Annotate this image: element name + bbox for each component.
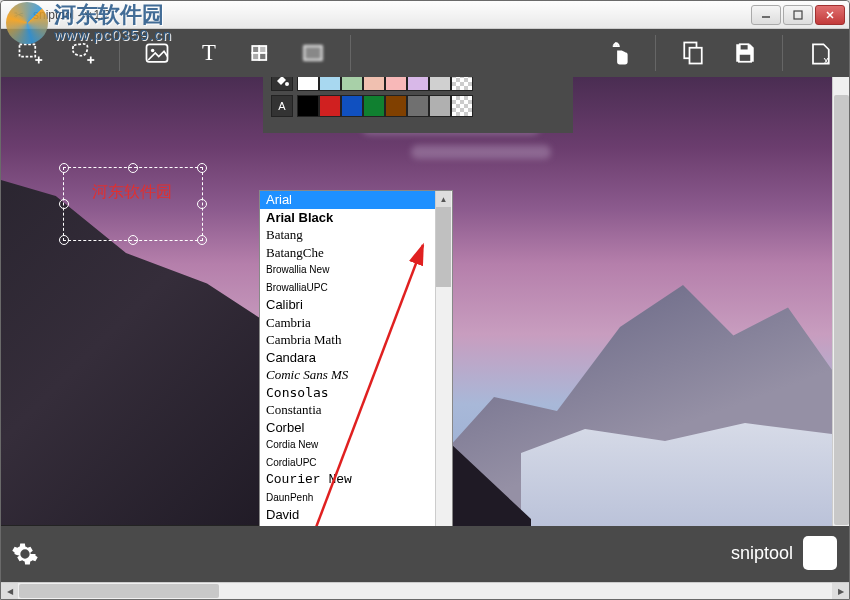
copy-button[interactable]: [674, 34, 712, 72]
svg-text:x: x: [824, 54, 830, 66]
bg-color-swatch[interactable]: [451, 77, 473, 91]
resize-handle[interactable]: [128, 163, 138, 173]
maximize-button[interactable]: [783, 5, 813, 25]
horizontal-scrollbar[interactable]: ◀ ▶: [1, 582, 849, 599]
bg-color-swatch[interactable]: [429, 77, 451, 91]
resize-handle[interactable]: [59, 199, 69, 209]
font-option[interactable]: DaunPenh: [260, 489, 435, 507]
fg-color-swatch[interactable]: [319, 95, 341, 117]
annotation-text[interactable]: 河东软件园: [64, 168, 202, 203]
svg-rect-19: [740, 44, 749, 50]
fill-color-icon[interactable]: [271, 77, 293, 91]
font-dropdown-list[interactable]: ArialArial BlackBatangBatangCheBrowallia…: [259, 190, 453, 526]
fg-color-swatch[interactable]: [341, 95, 363, 117]
svg-rect-20: [739, 54, 751, 62]
font-option[interactable]: Consolas: [260, 384, 435, 402]
resize-handle[interactable]: [59, 163, 69, 173]
text-color-icon[interactable]: A: [271, 95, 293, 117]
svg-rect-1: [794, 11, 802, 19]
app-window: ✂ sniptool - v.1.2 T: [0, 0, 850, 600]
text-options-panel: Arial ▼ 16 ▼ A: [263, 77, 573, 133]
bg-color-swatch[interactable]: [363, 77, 385, 91]
resize-handle[interactable]: [197, 163, 207, 173]
scroll-right-button[interactable]: ▶: [832, 583, 849, 599]
bg-color-swatch[interactable]: [341, 77, 363, 91]
toolbar-separator: [350, 35, 351, 71]
text-tool[interactable]: T: [190, 34, 228, 72]
bottom-bar: sniptool: [1, 526, 849, 582]
move-tool[interactable]: [599, 34, 637, 72]
bg-color-swatch[interactable]: [385, 77, 407, 91]
background-color-row: [271, 77, 565, 91]
scrollbar-thumb[interactable]: [834, 95, 849, 525]
font-option[interactable]: Calibri: [260, 296, 435, 314]
minimize-button[interactable]: [751, 5, 781, 25]
svg-point-23: [285, 82, 289, 86]
svg-rect-16: [304, 46, 322, 60]
font-option[interactable]: Cordia New: [260, 436, 435, 454]
resize-handle[interactable]: [128, 235, 138, 245]
svg-rect-18: [690, 48, 702, 64]
font-option[interactable]: Comic Sans MS: [260, 366, 435, 384]
resize-handle[interactable]: [197, 235, 207, 245]
settings-button[interactable]: [11, 540, 39, 568]
font-option[interactable]: Constantia: [260, 401, 435, 419]
toolbar-separator: [782, 35, 783, 71]
svg-point-10: [151, 49, 155, 53]
svg-rect-14: [252, 53, 259, 60]
scroll-left-button[interactable]: ◀: [1, 583, 18, 599]
fg-color-swatch[interactable]: [429, 95, 451, 117]
page-watermark: 河东软件园 www.pc0359.cn: [6, 2, 172, 44]
fg-color-swatch[interactable]: [451, 95, 473, 117]
font-option[interactable]: Candara: [260, 349, 435, 367]
watermark-text-cn: 河东软件园: [54, 3, 172, 27]
bg-color-swatch[interactable]: [319, 77, 341, 91]
fg-color-swatch[interactable]: [407, 95, 429, 117]
canvas-area: 河东软件园 X: 122 Y: 487 W: 111 H: 45 Arial ▼: [1, 77, 849, 526]
toolbar-separator: [655, 35, 656, 71]
bg-color-swatch[interactable]: [407, 77, 429, 91]
font-option[interactable]: Courier New: [260, 471, 435, 489]
font-option[interactable]: David: [260, 506, 435, 524]
save-button[interactable]: [726, 34, 764, 72]
resize-handle[interactable]: [59, 235, 69, 245]
scrollbar-thumb[interactable]: [436, 207, 451, 287]
font-option[interactable]: CordiaUPC: [260, 454, 435, 472]
clear-button[interactable]: x: [801, 34, 839, 72]
svg-rect-12: [252, 46, 259, 53]
blur-tool[interactable]: [294, 34, 332, 72]
resize-handle[interactable]: [197, 199, 207, 209]
dropdown-scrollbar[interactable]: ▲ ▼: [435, 191, 452, 526]
bg-color-swatch[interactable]: [297, 77, 319, 91]
pixelate-tool[interactable]: [242, 34, 280, 72]
scroll-up-button[interactable]: ▲: [436, 191, 451, 207]
fg-color-swatch[interactable]: [385, 95, 407, 117]
font-option[interactable]: Arial Black: [260, 209, 435, 227]
svg-rect-13: [259, 46, 266, 53]
font-option[interactable]: BatangChe: [260, 244, 435, 262]
svg-rect-15: [259, 53, 266, 60]
font-option[interactable]: DFKai-SB: [260, 524, 435, 527]
font-option[interactable]: Batang: [260, 226, 435, 244]
watermark-url: www.pc0359.cn: [54, 27, 172, 44]
vertical-scrollbar[interactable]: [832, 77, 849, 526]
fg-color-swatch[interactable]: [363, 95, 385, 117]
text-selection-box[interactable]: 河东软件园: [63, 167, 203, 241]
brand: sniptool: [731, 536, 837, 570]
fg-color-swatch[interactable]: [297, 95, 319, 117]
font-option[interactable]: Corbel: [260, 419, 435, 437]
text-color-row: A: [271, 95, 565, 117]
font-option[interactable]: Cambria: [260, 314, 435, 332]
watermark-logo: [6, 2, 48, 44]
svg-rect-4: [20, 44, 36, 56]
font-option[interactable]: BrowalliaUPC: [260, 279, 435, 297]
font-option[interactable]: Arial: [260, 191, 435, 209]
brand-name: sniptool: [731, 543, 793, 564]
font-option[interactable]: Browallia New: [260, 261, 435, 279]
brand-logo: [803, 536, 837, 570]
close-button[interactable]: [815, 5, 845, 25]
svg-text:T: T: [202, 40, 216, 65]
scrollbar-thumb[interactable]: [19, 584, 219, 598]
font-option[interactable]: Cambria Math: [260, 331, 435, 349]
